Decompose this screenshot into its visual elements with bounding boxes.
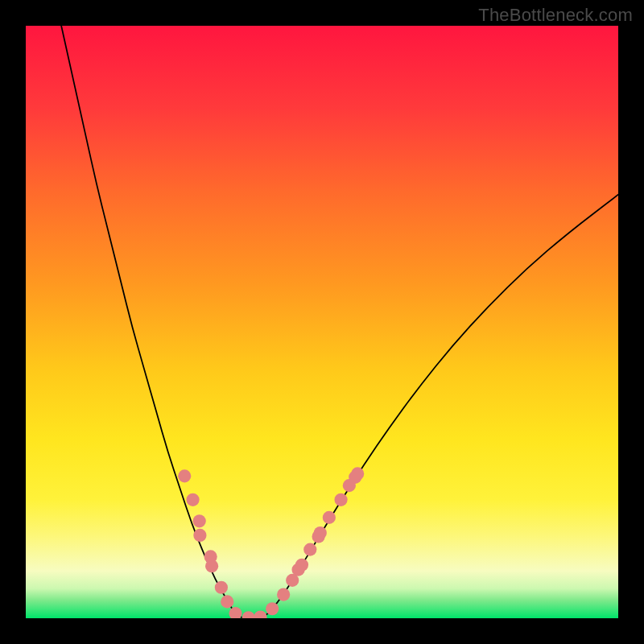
data-dot [266, 602, 279, 615]
data-dot [277, 588, 290, 601]
data-dot [205, 559, 218, 572]
data-dot [351, 467, 364, 480]
plot-area [26, 26, 618, 618]
data-dot [186, 493, 199, 506]
data-dot [221, 595, 233, 608]
watermark-text: TheBottleneck.com [478, 5, 633, 26]
data-dot [193, 529, 206, 542]
data-dot [334, 493, 347, 506]
data-dot [178, 469, 191, 482]
data-dot [314, 526, 327, 539]
data-dot [303, 543, 316, 556]
data-dot [323, 511, 336, 524]
data-dot [295, 559, 308, 572]
data-dot [193, 514, 206, 527]
chart-frame: TheBottleneck.com [0, 0, 644, 644]
data-dot [215, 581, 228, 594]
chart-svg [26, 26, 618, 618]
